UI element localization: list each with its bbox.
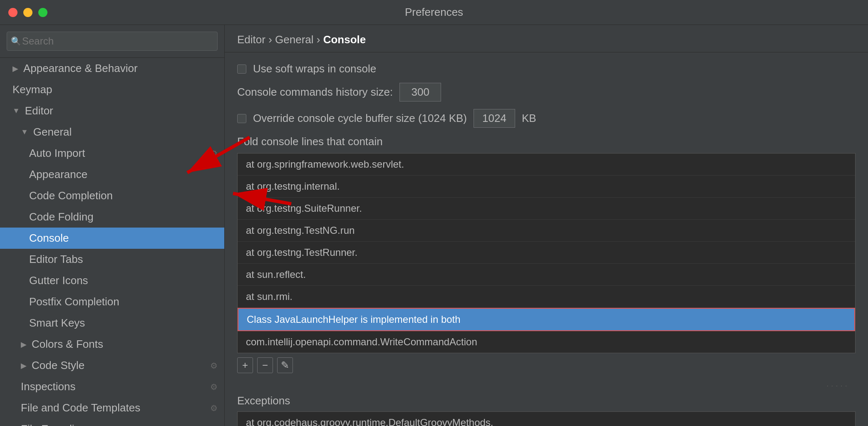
settings-badge: ⚙	[210, 403, 218, 413]
settings-badge: ⚙	[210, 149, 218, 159]
sidebar-item-postfix-completion[interactable]: Postfix Completion	[0, 291, 224, 312]
sidebar-item-label: Code Style	[32, 359, 84, 372]
expand-icon: ▼	[21, 128, 28, 136]
window-title: Preferences	[405, 6, 463, 19]
sidebar-item-label: Postfix Completion	[29, 295, 119, 308]
sidebar-item-code-completion[interactable]: Code Completion	[0, 185, 224, 206]
breadcrumb-separator: ›	[268, 33, 275, 46]
breadcrumb-separator2: ›	[317, 33, 323, 46]
history-value-input[interactable]	[399, 83, 441, 102]
sidebar-item-code-folding[interactable]: Code Folding	[0, 206, 224, 228]
expand-icon: ▶	[12, 64, 18, 73]
soft-wraps-checkbox[interactable]	[237, 64, 246, 74]
traffic-lights	[8, 8, 47, 17]
fold-list: at org.springframework.web.servlet. at o…	[237, 153, 856, 353]
fold-item-8[interactable]: com.intellij.openapi.command.WriteComman…	[238, 331, 855, 353]
sidebar-item-label: Inspections	[21, 380, 76, 393]
fold-item-6[interactable]: at sun.rmi.	[238, 286, 855, 308]
search-wrapper: 🔍	[7, 32, 218, 51]
sidebar-item-auto-import[interactable]: Auto Import ⚙	[0, 143, 224, 164]
expand-icon: ▶	[21, 340, 27, 349]
sidebar-item-label: Code Completion	[29, 189, 113, 202]
sidebar-item-label: Colors & Fonts	[32, 338, 103, 351]
content-panel: Editor › General › Console Use soft wrap…	[225, 25, 868, 426]
list-toolbar: + − ✎	[237, 353, 856, 377]
exceptions-section: Exceptions at org.codehaus.groovy.runtim…	[237, 394, 856, 426]
soft-wraps-label: Use soft wraps in console	[253, 62, 376, 75]
sidebar-item-label: Editor Tabs	[29, 253, 83, 266]
breadcrumb-general: General	[275, 33, 314, 46]
sidebar-item-label: File and Code Templates	[21, 401, 140, 414]
sidebar-item-appearance[interactable]: Appearance	[0, 164, 224, 185]
sidebar-item-label: General	[33, 126, 72, 139]
fold-item-1[interactable]: at org.testng.internal.	[238, 176, 855, 198]
override-checkbox[interactable]	[237, 114, 246, 123]
search-box: 🔍	[0, 25, 224, 58]
exceptions-label: Exceptions	[237, 394, 856, 407]
fold-item-5[interactable]: at sun.reflect.	[238, 264, 855, 286]
sidebar-item-general[interactable]: ▼ General	[0, 121, 224, 143]
settings-badge: ⚙	[210, 382, 218, 392]
fold-item-2[interactable]: at org.testng.SuiteRunner.	[238, 198, 855, 220]
expand-icon: ▶	[21, 361, 27, 370]
maximize-button[interactable]	[38, 8, 47, 17]
fold-item-7[interactable]: Class JavaLaunchHelper is implemented in…	[238, 308, 855, 331]
history-label: Console commands history size:	[237, 86, 393, 99]
override-value-input[interactable]	[474, 109, 515, 128]
sidebar-item-label: File Encodings	[21, 423, 92, 426]
sidebar-item-label: Smart Keys	[29, 317, 85, 329]
sidebar-item-gutter-icons[interactable]: Gutter Icons	[0, 270, 224, 291]
sidebar-item-label: Console	[29, 232, 69, 245]
expand-icon: ▼	[12, 106, 20, 115]
content-inner: Use soft wraps in console Console comman…	[225, 52, 868, 426]
breadcrumb: Editor › General › Console	[225, 25, 868, 52]
sidebar-item-label: Keymap	[12, 83, 52, 96]
sidebar-item-editor[interactable]: ▼ Editor	[0, 100, 224, 121]
edit-button[interactable]: ✎	[277, 357, 293, 373]
sidebar-item-console[interactable]: Console	[0, 228, 224, 249]
sidebar: 🔍 ▶ Appearance & Behavior Keymap ▼ Edito…	[0, 25, 225, 426]
settings-badge: ⚙	[210, 424, 218, 426]
sidebar-item-colors-fonts[interactable]: ▶ Colors & Fonts	[0, 334, 224, 355]
fold-item-0[interactable]: at org.springframework.web.servlet.	[238, 154, 855, 176]
search-icon: 🔍	[11, 36, 21, 46]
search-input[interactable]	[7, 32, 218, 51]
sidebar-item-file-code-templates[interactable]: File and Code Templates ⚙	[0, 397, 224, 419]
sidebar-item-keymap[interactable]: Keymap	[0, 79, 224, 100]
breadcrumb-console: Console	[323, 33, 366, 46]
sidebar-item-smart-keys[interactable]: Smart Keys	[0, 312, 224, 334]
main-layout: 🔍 ▶ Appearance & Behavior Keymap ▼ Edito…	[0, 25, 868, 426]
fold-item-4[interactable]: at org.testng.TestRunner.	[238, 242, 855, 264]
sidebar-item-label: Gutter Icons	[29, 274, 88, 287]
fold-item-3[interactable]: at org.testng.TestNG.run	[238, 220, 855, 242]
exceptions-list: at org.codehaus.groovy.runtime.DefaultGr…	[237, 411, 856, 426]
kb-label: KB	[522, 112, 536, 125]
sidebar-item-code-style[interactable]: ▶ Code Style ⚙	[0, 355, 224, 376]
sidebar-item-editor-tabs[interactable]: Editor Tabs	[0, 249, 224, 270]
override-label: Override console cycle buffer size (1024…	[253, 112, 467, 125]
settings-badge: ⚙	[210, 361, 218, 371]
sidebar-item-inspections[interactable]: Inspections ⚙	[0, 376, 224, 397]
divider: · · · · ·	[237, 381, 856, 390]
fold-label: Fold console lines that contain	[237, 135, 856, 148]
remove-button[interactable]: −	[257, 357, 273, 373]
sidebar-item-label: Auto Import	[29, 147, 85, 160]
minimize-button[interactable]	[23, 8, 32, 17]
sidebar-item-label: Appearance & Behavior	[23, 62, 138, 75]
soft-wraps-row: Use soft wraps in console	[237, 62, 856, 75]
titlebar: Preferences	[0, 0, 868, 25]
override-buffer-row: Override console cycle buffer size (1024…	[237, 109, 856, 128]
sidebar-item-appearance-behavior[interactable]: ▶ Appearance & Behavior	[0, 58, 224, 79]
close-button[interactable]	[8, 8, 17, 17]
breadcrumb-editor: Editor	[237, 33, 265, 46]
sidebar-item-label: Code Folding	[29, 211, 94, 223]
sidebar-item-file-encodings[interactable]: File Encodings ⚙	[0, 419, 224, 426]
add-button[interactable]: +	[237, 357, 253, 373]
sidebar-item-label: Appearance	[29, 168, 87, 181]
sidebar-item-label: Editor	[25, 104, 53, 117]
history-size-row: Console commands history size:	[237, 83, 856, 102]
exception-item-0: at org.codehaus.groovy.runtime.DefaultGr…	[238, 412, 855, 426]
